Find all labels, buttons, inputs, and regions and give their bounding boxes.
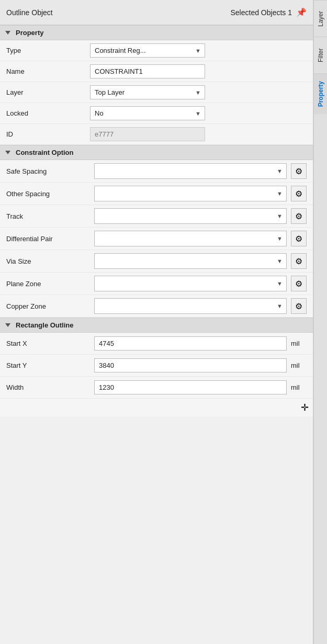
locked-value: No Yes ▼ (90, 106, 307, 120)
type-value: Constraint Reg... ▼ (90, 43, 307, 58)
start-x-input[interactable] (94, 336, 287, 351)
other-spacing-gear-button[interactable]: ⚙ (291, 186, 307, 201)
copper-zone-label: Copper Zone (6, 302, 90, 310)
via-size-row: Via Size ▼ ⚙ (0, 250, 313, 273)
type-select-wrapper: Constraint Reg... ▼ (90, 43, 205, 58)
constraint-option-label: Constraint Option (16, 149, 74, 156)
constraint-collapse-triangle[interactable] (5, 151, 10, 154)
constraint-option-section-header: Constraint Option (0, 145, 313, 160)
right-sidebar: Layer Filter Property (313, 0, 327, 644)
start-y-row: Start Y mil (0, 355, 313, 377)
id-row: ID (0, 124, 313, 145)
track-row: Track ▼ ⚙ (0, 205, 313, 228)
other-spacing-select-wrapper: ▼ (94, 186, 287, 201)
copper-zone-row: Copper Zone ▼ ⚙ (0, 295, 313, 318)
rectangle-outline-section-header: Rectangle Outline (0, 318, 313, 333)
id-input (90, 127, 205, 141)
filter-tab[interactable]: Filter (314, 37, 327, 73)
name-label: Name (6, 67, 90, 75)
via-size-select[interactable] (94, 253, 287, 269)
name-input[interactable] (90, 64, 205, 78)
safe-spacing-select[interactable] (94, 163, 287, 179)
differential-pair-gear-button[interactable]: ⚙ (291, 231, 307, 246)
plane-zone-select[interactable] (94, 276, 287, 291)
plane-zone-row: Plane Zone ▼ ⚙ (0, 273, 313, 295)
plane-zone-label: Plane Zone (6, 280, 90, 288)
width-row: Width mil (0, 377, 313, 399)
property-section-label: Property (16, 29, 43, 37)
type-select[interactable]: Constraint Reg... (90, 43, 205, 58)
id-label: ID (6, 130, 90, 138)
layer-row: Layer Top Layer ▼ (0, 82, 313, 103)
header-bar: Outline Object Selected Objects 1 📌 (0, 0, 313, 25)
locked-label: Locked (6, 109, 90, 117)
collapse-triangle[interactable] (5, 31, 10, 35)
name-row: Name (0, 61, 313, 82)
rectangle-collapse-triangle[interactable] (5, 323, 10, 327)
track-gear-button[interactable]: ⚙ (291, 208, 307, 224)
plane-zone-select-wrapper: ▼ (94, 276, 287, 291)
start-x-unit: mil (291, 340, 307, 347)
copper-zone-gear-button[interactable]: ⚙ (291, 298, 307, 314)
layer-select-wrapper: Top Layer ▼ (90, 85, 205, 99)
selected-objects-label: Selected Objects 1 (230, 8, 292, 17)
id-value (90, 127, 307, 141)
type-label: Type (6, 47, 90, 54)
width-input[interactable] (94, 380, 287, 394)
start-y-input[interactable] (94, 358, 287, 372)
differential-pair-row: Differential Pair ▼ ⚙ (0, 228, 313, 250)
copper-zone-select-wrapper: ▼ (94, 298, 287, 314)
via-size-select-wrapper: ▼ (94, 253, 287, 269)
width-label: Width (6, 383, 90, 391)
other-spacing-row: Other Spacing ▼ ⚙ (0, 183, 313, 205)
safe-spacing-gear-button[interactable]: ⚙ (291, 163, 307, 179)
type-row: Type Constraint Reg... ▼ (0, 40, 313, 61)
layer-select[interactable]: Top Layer (90, 85, 205, 99)
other-spacing-label: Other Spacing (6, 190, 90, 198)
layer-label: Layer (6, 88, 90, 96)
via-size-label: Via Size (6, 257, 90, 265)
safe-spacing-label: Safe Spacing (6, 167, 90, 175)
locked-select[interactable]: No Yes (90, 106, 205, 120)
locked-select-wrapper: No Yes ▼ (90, 106, 205, 120)
header-right: Selected Objects 1 📌 (230, 7, 307, 17)
start-y-unit: mil (291, 361, 307, 369)
track-label: Track (6, 212, 90, 220)
rectangle-outline-label: Rectangle Outline (16, 321, 74, 329)
property-section-header: Property (0, 25, 313, 40)
track-select[interactable] (94, 208, 287, 224)
track-select-wrapper: ▼ (94, 208, 287, 224)
outline-object-title: Outline Object (6, 8, 53, 17)
locked-row: Locked No Yes ▼ (0, 103, 313, 124)
copper-zone-select[interactable] (94, 298, 287, 314)
differential-pair-select[interactable] (94, 231, 287, 246)
safe-spacing-row: Safe Spacing ▼ ⚙ (0, 160, 313, 183)
start-y-label: Start Y (6, 361, 90, 369)
other-spacing-select[interactable] (94, 186, 287, 201)
start-x-row: Start X mil (0, 333, 313, 355)
cursor-area: ✛ (0, 399, 313, 416)
start-x-label: Start X (6, 340, 90, 347)
plane-zone-gear-button[interactable]: ⚙ (291, 276, 307, 291)
pin-icon[interactable]: 📌 (296, 7, 307, 17)
via-size-gear-button[interactable]: ⚙ (291, 253, 307, 269)
width-unit: mil (291, 383, 307, 391)
layer-value: Top Layer ▼ (90, 85, 307, 99)
differential-pair-select-wrapper: ▼ (94, 231, 287, 246)
differential-pair-label: Differential Pair (6, 235, 90, 243)
content-area: Property Type Constraint Reg... ▼ Name (0, 25, 313, 644)
safe-spacing-select-wrapper: ▼ (94, 163, 287, 179)
name-value (90, 64, 307, 78)
layer-tab[interactable]: Layer (314, 0, 327, 37)
cursor-icon: ✛ (301, 402, 309, 413)
property-tab[interactable]: Property (314, 73, 327, 114)
